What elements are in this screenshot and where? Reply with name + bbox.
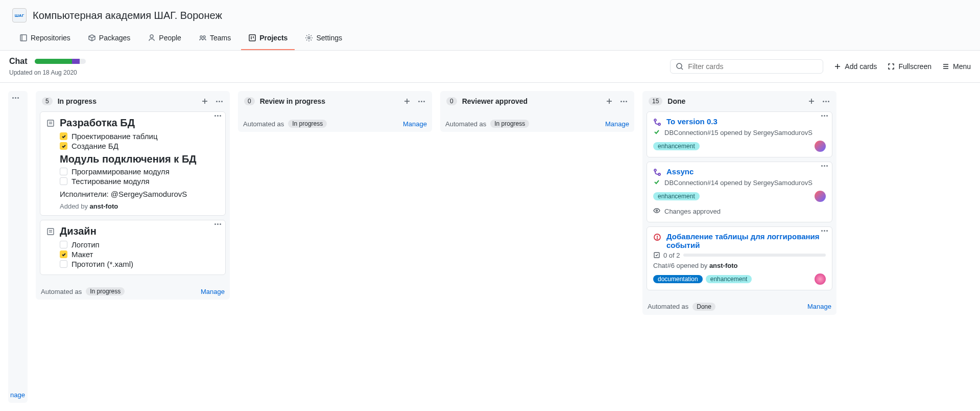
person-icon <box>148 34 156 42</box>
label-enhancement[interactable]: enhancement <box>706 275 752 283</box>
note-card[interactable]: Разработка БД Проектирование таблиц Созд… <box>40 111 226 216</box>
check-icon <box>653 128 660 135</box>
git-merge-icon <box>653 118 661 126</box>
svg-point-31 <box>658 123 660 125</box>
project-title[interactable]: Chat <box>9 57 28 66</box>
card-menu[interactable] <box>214 115 221 117</box>
avatar[interactable] <box>815 141 826 152</box>
check-icon <box>653 178 660 186</box>
issue-card[interactable]: Добавление таблицы для логгирования собы… <box>647 226 832 290</box>
repo-icon <box>19 34 28 42</box>
avatar[interactable] <box>815 191 826 202</box>
add-card-button[interactable] <box>604 96 614 106</box>
svg-line-10 <box>681 68 683 70</box>
issue-title[interactable]: To version 0.3 <box>666 117 718 126</box>
svg-point-34 <box>656 210 658 212</box>
automation-pill: In progress <box>86 287 125 295</box>
add-card-button[interactable] <box>806 96 817 106</box>
column-review: 0 Review in progress Automated as In pro… <box>238 91 432 132</box>
nav-label: Settings <box>316 34 342 42</box>
nav-packages[interactable]: Packages <box>81 30 137 50</box>
column-in-progress: 5 In progress Разработка БД Проектирован… <box>36 91 230 300</box>
executors-text: Исполнители: @SergeySamodurovS <box>60 190 219 198</box>
svg-rect-0 <box>20 35 27 41</box>
fullscreen-button[interactable]: Fullscreen <box>887 62 931 71</box>
column-menu[interactable] <box>619 100 628 103</box>
pr-card[interactable]: To version 0.3 DBConnection#15 opened by… <box>647 111 832 157</box>
manage-link[interactable]: Manage <box>403 120 427 128</box>
gear-icon <box>305 34 313 42</box>
label-documentation[interactable]: documentation <box>653 275 703 283</box>
task-row: Макет <box>60 250 219 259</box>
task-text: Макет <box>71 250 93 259</box>
checkbox-checked-icon <box>60 142 67 150</box>
filter-cards-input[interactable] <box>670 59 823 74</box>
issue-meta: DBConnection#15 opened by SergeySamoduro… <box>664 128 812 138</box>
search-icon <box>676 62 684 71</box>
issue-title[interactable]: Добавление таблицы для логгирования собы… <box>666 232 826 249</box>
automation-pill: Done <box>692 303 715 311</box>
review-status: Changes approved <box>664 207 721 216</box>
nav-settings[interactable]: Settings <box>298 30 349 50</box>
card-menu[interactable] <box>821 115 828 117</box>
nav-projects[interactable]: Projects <box>241 30 295 50</box>
task-row: Логотип <box>60 240 219 249</box>
checkbox-icon <box>60 260 67 268</box>
column-count: 15 <box>649 97 662 105</box>
nav-label: People <box>159 34 181 42</box>
svg-point-32 <box>654 169 656 171</box>
card-title: Дизайн <box>60 225 97 237</box>
add-card-button[interactable] <box>402 96 412 106</box>
nav-teams[interactable]: Teams <box>192 30 238 50</box>
column-menu[interactable] <box>417 100 426 103</box>
task-row: Программирование модуля <box>60 167 219 176</box>
label-enhancement[interactable]: enhancement <box>653 192 700 200</box>
checkbox-icon <box>60 177 67 185</box>
org-title[interactable]: Компьютерная академия ШАГ. Воронеж <box>33 10 222 21</box>
svg-rect-5 <box>249 35 255 41</box>
menu-button[interactable]: Menu <box>942 62 971 71</box>
column-menu[interactable] <box>822 100 830 103</box>
project-icon <box>248 34 256 42</box>
manage-link-partial[interactable]: nage <box>8 387 28 403</box>
manage-link[interactable]: Manage <box>201 288 225 295</box>
automation-pill: In progress <box>288 120 327 128</box>
card-menu[interactable] <box>821 230 828 232</box>
task-row: Тестирование модуля <box>60 177 219 186</box>
task-text: Логотип <box>71 240 100 249</box>
nav-label: Repositories <box>31 34 70 42</box>
nav-repositories[interactable]: Repositories <box>12 30 78 50</box>
task-progress: 0 of 2 <box>653 252 826 259</box>
project-progress[interactable] <box>35 59 86 64</box>
add-cards-button[interactable]: Add cards <box>833 62 877 71</box>
column-menu[interactable] <box>8 91 28 105</box>
card-title: Разработка БД <box>60 117 135 129</box>
checkbox-checked-icon <box>60 250 67 258</box>
task-text: Тестирование модуля <box>71 177 150 186</box>
add-card-button[interactable] <box>200 96 210 106</box>
added-by: Added by anst-foto <box>60 202 219 210</box>
org-logo: ШАГ <box>12 8 27 22</box>
task-count: 0 of 2 <box>663 252 680 259</box>
automated-label: Automated as <box>648 303 688 310</box>
card-menu[interactable] <box>214 223 221 225</box>
nav-people[interactable]: People <box>140 30 188 50</box>
label-enhancement[interactable]: enhancement <box>653 142 700 150</box>
issue-title[interactable]: Assync <box>666 167 694 176</box>
column-menu[interactable] <box>215 100 224 103</box>
card-subtitle: Модуль подключения к БД <box>60 153 219 165</box>
svg-rect-21 <box>47 229 54 235</box>
manage-link[interactable]: Manage <box>807 303 831 310</box>
note-card[interactable]: Дизайн Логотип Макет Прототип (*.xaml) <box>40 220 226 275</box>
svg-point-3 <box>200 36 202 38</box>
avatar[interactable] <box>815 273 826 285</box>
project-updated: Updated on 18 Aug 2020 <box>9 69 86 76</box>
card-menu[interactable] <box>821 165 828 167</box>
filter-field[interactable] <box>688 62 818 71</box>
pr-card[interactable]: Assync DBConnection#14 opened by SergeyS… <box>647 162 832 222</box>
tool-label: Menu <box>953 62 971 71</box>
task-row: Создание БД <box>60 142 219 150</box>
note-icon <box>46 227 55 236</box>
manage-link[interactable]: Manage <box>605 120 629 128</box>
column-count: 0 <box>446 97 457 105</box>
